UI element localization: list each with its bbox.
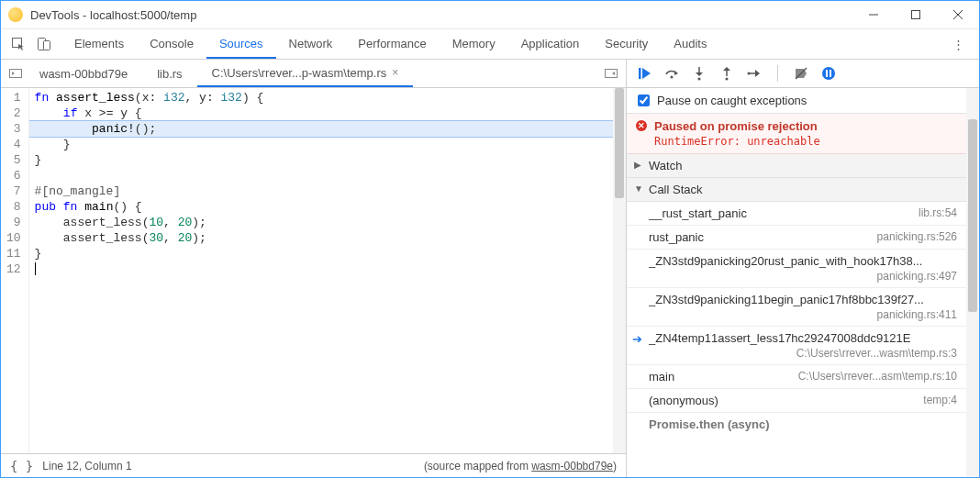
step-over-icon[interactable] (663, 65, 680, 82)
svg-marker-10 (612, 72, 615, 75)
chrome-icon (8, 7, 23, 22)
svg-point-14 (671, 76, 674, 79)
svg-point-25 (822, 67, 835, 80)
watch-header[interactable]: ▶ Watch (627, 154, 966, 178)
sources-pane: wasm-00bbd79elib.rsC:\Users\rrever...p-w… (1, 60, 627, 477)
code-editor[interactable]: 123456789101112 fn assert_less(x: i32, y… (1, 88, 626, 453)
tab-elements[interactable]: Elements (61, 29, 137, 59)
svg-rect-1 (912, 11, 920, 19)
file-tab[interactable]: wasm-00bbd79e (25, 60, 142, 87)
window-controls (852, 1, 979, 29)
paused-title: Paused on promise rejection (654, 119, 957, 133)
svg-marker-13 (674, 71, 678, 75)
pretty-print-icon[interactable]: { } (10, 459, 33, 473)
tab-audits[interactable]: Audits (661, 29, 719, 59)
pause-on-exceptions-row[interactable]: Pause on caught exceptions (627, 88, 966, 114)
code-content[interactable]: fn assert_less(x: i32, y: i32) { if x >=… (29, 88, 626, 453)
callstack-header[interactable]: ▼ Call Stack (627, 178, 966, 202)
svg-rect-9 (606, 70, 618, 78)
debugger-toolbar (627, 60, 979, 88)
main-tabs-row: ElementsConsoleSourcesNetworkPerformance… (1, 29, 979, 60)
paused-detail: RuntimeError: unreachable (654, 135, 957, 148)
error-icon: ✕ (636, 120, 647, 131)
svg-rect-7 (10, 70, 22, 78)
current-frame-icon: ➔ (632, 332, 642, 346)
minimize-button[interactable] (852, 1, 895, 29)
file-tabs-row: wasm-00bbd79elib.rsC:\Users\rrever...p-w… (1, 60, 626, 88)
maximize-button[interactable] (895, 1, 937, 29)
step-icon[interactable] (746, 65, 763, 82)
tab-security[interactable]: Security (592, 29, 661, 59)
svg-marker-22 (755, 70, 760, 77)
nav-right-icon[interactable] (602, 67, 620, 80)
window-title: DevTools - localhost:5000/temp (30, 8, 852, 22)
svg-point-20 (726, 78, 729, 81)
svg-point-23 (748, 72, 751, 75)
svg-marker-19 (723, 67, 730, 71)
inspect-icon[interactable] (10, 36, 27, 52)
chevron-down-icon: ▼ (634, 183, 643, 194)
svg-marker-12 (642, 68, 651, 79)
main-tabs: ElementsConsoleSourcesNetworkPerformance… (61, 29, 719, 59)
pause-on-exceptions-label: Pause on caught exceptions (657, 94, 807, 107)
tab-console[interactable]: Console (137, 29, 206, 59)
svg-marker-16 (696, 72, 703, 76)
tab-memory[interactable]: Memory (440, 29, 508, 59)
deactivate-breakpoints-icon[interactable] (793, 65, 809, 82)
pause-on-exceptions-checkbox[interactable] (638, 94, 650, 106)
file-tab[interactable]: C:\Users\rrever...p-wasm\temp.rs× (197, 60, 414, 87)
device-icon[interactable] (36, 36, 52, 52)
close-button[interactable] (937, 1, 979, 29)
editor-scrollbar[interactable] (613, 88, 626, 453)
svg-rect-26 (826, 70, 828, 77)
close-icon[interactable]: × (392, 66, 398, 79)
step-out-icon[interactable] (718, 65, 735, 82)
async-divider: Promise.then (async) (627, 413, 966, 436)
resume-icon[interactable] (636, 65, 652, 82)
svg-rect-11 (639, 68, 641, 79)
debugger-pane: Pause on caught exceptions ✕ Paused on p… (627, 60, 979, 477)
tab-performance[interactable]: Performance (345, 29, 439, 59)
tab-application[interactable]: Application (508, 29, 593, 59)
status-bar: { } Line 12, Column 1 (source mapped fro… (1, 453, 626, 477)
file-tab[interactable]: lib.rs (142, 60, 196, 87)
debugger-scrollbar[interactable] (966, 88, 979, 477)
nav-toggle-icon[interactable] (6, 67, 25, 80)
line-gutter: 123456789101112 (1, 88, 29, 453)
svg-rect-27 (830, 70, 831, 77)
svg-rect-6 (44, 41, 50, 50)
file-tabs: wasm-00bbd79elib.rsC:\Users\rrever...p-w… (25, 60, 413, 87)
svg-point-17 (698, 78, 701, 81)
svg-marker-8 (12, 72, 15, 75)
source-map-info: (source mapped from wasm-00bbd79e) (424, 460, 617, 472)
stack-frame[interactable]: _ZN3std9panicking11begin_panic17hf8bbc13… (627, 288, 966, 327)
stack-frame[interactable]: rust_panicpanicking.rs:526 (627, 226, 966, 250)
step-into-icon[interactable] (691, 65, 707, 82)
chevron-right-icon: ▶ (634, 160, 641, 170)
tab-network[interactable]: Network (276, 29, 346, 59)
stack-frame[interactable]: __rust_start_paniclib.rs:54 (627, 202, 966, 226)
devtools-window: DevTools - localhost:5000/temp ElementsC… (0, 0, 980, 478)
cursor-position: Line 12, Column 1 (42, 460, 131, 472)
stack-frame[interactable]: mainC:\Users\rrever...asm\temp.rs:10 (627, 365, 966, 389)
more-icon[interactable]: ⋮ (943, 38, 974, 51)
source-map-link[interactable]: wasm-00bbd79e (531, 460, 613, 472)
titlebar: DevTools - localhost:5000/temp (1, 1, 979, 29)
pause-exceptions-icon[interactable] (820, 65, 837, 82)
stack-frame[interactable]: ➔_ZN4temp11assert_less17hc29247008ddc912… (627, 327, 966, 365)
stack-frame[interactable]: (anonymous)temp:4 (627, 389, 966, 413)
stack-frame[interactable]: _ZN3std9panicking20rust_panic_with_hook1… (627, 250, 966, 288)
call-stack-list: __rust_start_paniclib.rs:54rust_panicpan… (627, 202, 966, 413)
tab-sources[interactable]: Sources (206, 29, 276, 59)
paused-banner: ✕ Paused on promise rejection RuntimeErr… (627, 114, 966, 154)
